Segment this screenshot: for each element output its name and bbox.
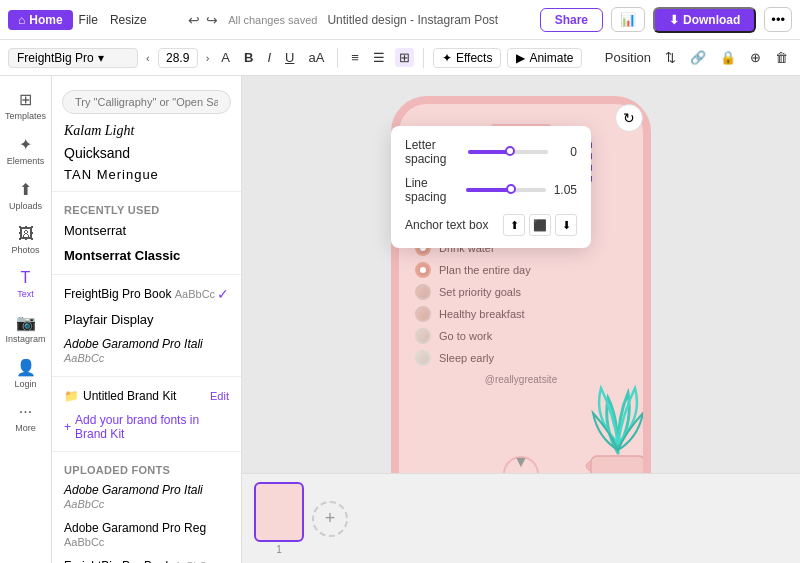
brand-kit-edit[interactable]: Edit	[210, 390, 229, 402]
redo-button[interactable]: ↪	[206, 12, 218, 28]
font-item-freightbig[interactable]: FreightBig Pro Book AaBbCc ✓	[52, 281, 241, 307]
add-page-button[interactable]: +	[312, 501, 348, 537]
font-item-tan-meringue[interactable]: TAN Meringue	[52, 164, 241, 185]
align-button[interactable]: ≡	[347, 48, 363, 67]
uploaded-fonts-header: Uploaded fonts	[52, 458, 241, 478]
font-item-garamond-italic[interactable]: Adobe Garamond Pro Itali AaBbCc	[52, 332, 241, 370]
font-item-upload-freightbig[interactable]: FreightBig Pro Book AaBbCc	[52, 554, 241, 563]
font-search-input[interactable]	[62, 90, 231, 114]
font-name: FreightBig Pro	[17, 51, 94, 65]
list-button[interactable]: ☰	[369, 48, 389, 67]
topbar: ⌂ Home File Resize ↩ ↪ All changes saved…	[0, 0, 800, 40]
font-item-upload-garamond-italic[interactable]: Adobe Garamond Pro Itali AaBbCc	[52, 478, 241, 516]
share-button[interactable]: Share	[540, 8, 603, 32]
letter-spacing-track	[468, 150, 548, 154]
thumbnail-page-num: 1	[276, 544, 282, 555]
topbar-center: ↩ ↪ All changes saved Untitled design - …	[153, 12, 534, 28]
sidebar-item-instagram[interactable]: 📷 Instagram	[4, 307, 48, 350]
animate-icon: ▶	[516, 51, 525, 65]
separator-2	[423, 48, 424, 68]
login-icon: 👤	[16, 358, 36, 377]
add-brand-label: Add your brand fonts in Brand Kit	[75, 413, 229, 441]
undo-button[interactable]: ↩	[188, 12, 200, 28]
sidebar-item-login[interactable]: 👤 Login	[4, 352, 48, 395]
delete-button[interactable]: 🗑	[771, 48, 792, 67]
freightbig-name: FreightBig Pro Book AaBbCc	[64, 287, 215, 301]
line-spacing-thumb[interactable]	[506, 184, 516, 194]
list-text-4: Healthy breakfast	[439, 308, 525, 320]
resize-menu[interactable]: Resize	[110, 13, 147, 27]
anchor-bottom-button[interactable]: ⬇	[555, 214, 577, 236]
freightbig-check: ✓	[217, 286, 229, 302]
letter-spacing-slider[interactable]	[468, 150, 548, 154]
font-item-quicksand[interactable]: Quicksand	[52, 142, 241, 164]
page-thumbnail-1[interactable]	[254, 482, 304, 542]
sidebar-item-elements[interactable]: ✦ Elements	[4, 129, 48, 172]
list-item-6: Sleep early	[415, 350, 627, 366]
analytics-button[interactable]: 📊	[611, 7, 645, 32]
spacing-button[interactable]: ⊞	[395, 48, 414, 67]
list-item-5: Go to work	[415, 328, 627, 344]
download-button[interactable]: ⬇ Download	[653, 7, 756, 33]
upload-garamond-italic-name: Adobe Garamond Pro Itali AaBbCc	[64, 483, 229, 511]
arrow-left-icon[interactable]: ‹	[144, 52, 152, 64]
lock-button[interactable]: 🔒	[716, 48, 740, 67]
thumbnail-1-wrapper: 1	[254, 482, 304, 555]
effects-button[interactable]: ✦ Effects	[433, 48, 501, 68]
case-button[interactable]: aA	[304, 48, 328, 67]
font-size-input[interactable]	[158, 48, 198, 68]
add-page-icon: +	[325, 508, 336, 529]
home-button[interactable]: ⌂ Home	[8, 10, 73, 30]
letter-spacing-fill	[468, 150, 508, 154]
kalam-preview: Kalam Light	[64, 123, 229, 139]
sidebar-item-more[interactable]: ··· More	[4, 397, 48, 439]
add-brand-button[interactable]: + Add your brand fonts in Brand Kit	[52, 409, 241, 445]
list-item-4: Healthy breakfast	[415, 306, 627, 322]
upload-freightbig-name: FreightBig Pro Book AaBbCc	[64, 559, 211, 563]
bold-button[interactable]: B	[240, 48, 257, 67]
font-item-montserrat-classic[interactable]: Montserrat Classic	[52, 243, 241, 268]
templates-icon: ⊞	[19, 90, 32, 109]
position-button[interactable]: Position	[601, 48, 655, 67]
scroll-down-arrow[interactable]: ▼	[513, 453, 529, 471]
text-label: Text	[17, 289, 34, 299]
sidebar-item-uploads[interactable]: ⬆ Uploads	[4, 174, 48, 217]
topbar-left: ⌂ Home File Resize	[8, 10, 147, 30]
more-label: More	[15, 423, 36, 433]
sidebar-item-templates[interactable]: ⊞ Templates	[4, 84, 48, 127]
link-button[interactable]: 🔗	[686, 48, 710, 67]
duplicate-button[interactable]: ⊕	[746, 48, 765, 67]
font-item-kalam[interactable]: Kalam Light	[52, 120, 241, 142]
more-options-button[interactable]: •••	[764, 7, 792, 32]
montserrat-name: Montserrat	[64, 223, 126, 238]
font-item-montserrat[interactable]: Montserrat	[52, 218, 241, 243]
download-icon: ⬇	[669, 13, 679, 27]
separator-1	[337, 48, 338, 68]
uploads-label: Uploads	[9, 201, 42, 211]
anchor-top-button[interactable]: ⬆	[503, 214, 525, 236]
arrow-right-icon[interactable]: ›	[204, 52, 212, 64]
sidebar-item-photos[interactable]: 🖼 Photos	[4, 219, 48, 261]
line-spacing-value: 1.05	[554, 183, 577, 197]
letter-spacing-thumb[interactable]	[505, 146, 515, 156]
italic-button[interactable]: I	[263, 48, 275, 67]
font-item-playfair[interactable]: Playfair Display	[52, 307, 241, 332]
underline-icon: U	[285, 50, 294, 65]
text-color-button[interactable]: A	[217, 48, 234, 67]
flip-button[interactable]: ⇅	[661, 48, 680, 67]
animate-button[interactable]: ▶ Animate	[507, 48, 582, 68]
underline-button[interactable]: U	[281, 48, 298, 67]
anchor-buttons: ⬆ ⬛ ⬇	[503, 214, 577, 236]
italic-icon: I	[267, 50, 271, 65]
topbar-menu: File Resize	[79, 13, 147, 27]
refresh-button[interactable]: ↻	[615, 104, 643, 132]
font-selector[interactable]: FreightBig Pro ▾	[8, 48, 138, 68]
line-spacing-row: Line spacing 1.05	[405, 176, 577, 204]
font-item-upload-garamond-reg[interactable]: Adobe Garamond Pro Reg AaBbCc	[52, 516, 241, 554]
file-menu[interactable]: File	[79, 13, 98, 27]
sidebar-item-text[interactable]: T Text	[4, 263, 48, 305]
effects-label: Effects	[456, 51, 492, 65]
divider-2	[52, 274, 241, 275]
anchor-center-button[interactable]: ⬛	[529, 214, 551, 236]
line-spacing-slider[interactable]	[466, 188, 546, 192]
